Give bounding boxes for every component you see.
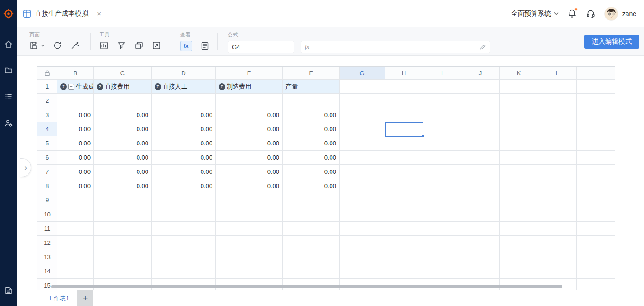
cell-B10[interactable] — [57, 207, 94, 222]
column-header-L[interactable]: L — [538, 67, 577, 80]
cell-G7[interactable] — [340, 165, 385, 179]
cell-G1[interactable] — [340, 80, 385, 94]
column-header-C[interactable]: C — [94, 67, 152, 80]
cell-J10[interactable] — [461, 207, 500, 222]
cell-J1[interactable] — [461, 80, 500, 94]
cell-K8[interactable] — [500, 179, 538, 193]
cell-H13[interactable] — [385, 250, 423, 264]
cell-E6[interactable]: 0.00 — [216, 151, 283, 165]
cell-K4[interactable] — [500, 122, 538, 136]
cell-C14[interactable] — [94, 264, 152, 279]
cell-L3[interactable] — [538, 108, 577, 122]
row-header-13[interactable]: 13 — [37, 250, 57, 264]
cell-H7[interactable] — [385, 165, 423, 179]
cell-D1[interactable]: Σ直接人工 — [152, 80, 216, 94]
cell-E13[interactable] — [216, 250, 283, 264]
list-view-button[interactable] — [200, 41, 210, 51]
cell-C10[interactable] — [94, 207, 152, 222]
cell-L12[interactable] — [538, 236, 577, 250]
cell-L5[interactable] — [538, 136, 577, 151]
save-dropdown-chevron-icon[interactable] — [41, 44, 45, 47]
cell-C12[interactable] — [94, 236, 152, 250]
close-icon[interactable]: × — [96, 9, 102, 18]
cell-D5[interactable]: 0.00 — [152, 136, 216, 151]
cell-H12[interactable] — [385, 236, 423, 250]
cell-G8[interactable] — [340, 179, 385, 193]
cell-L2[interactable] — [538, 94, 577, 108]
cell-F6[interactable]: 0.00 — [283, 151, 340, 165]
cell-H3[interactable] — [385, 108, 423, 122]
cell-H1[interactable] — [385, 80, 423, 94]
cell-C4[interactable]: 0.00 — [94, 122, 152, 136]
cell-G11[interactable] — [340, 222, 385, 236]
cell-F14[interactable] — [283, 264, 340, 279]
cell-I14[interactable] — [423, 264, 461, 279]
row-header-8[interactable]: 8 — [37, 179, 57, 193]
cell-M4[interactable] — [577, 122, 615, 136]
cell-B1[interactable]: Σ−生成成本 — [57, 80, 94, 94]
cell-C5[interactable]: 0.00 — [94, 136, 152, 151]
cell-D8[interactable]: 0.00 — [152, 179, 216, 193]
cell-L9[interactable] — [538, 193, 577, 207]
cell-M5[interactable] — [577, 136, 615, 151]
refresh-button[interactable] — [53, 41, 62, 50]
cell-G9[interactable] — [340, 193, 385, 207]
cell-C6[interactable]: 0.00 — [94, 151, 152, 165]
cell-M2[interactable] — [577, 94, 615, 108]
row-header-7[interactable]: 7 — [37, 165, 57, 179]
column-header-I[interactable]: I — [423, 67, 461, 80]
cell-D9[interactable] — [152, 193, 216, 207]
cell-K12[interactable] — [500, 236, 538, 250]
wand-button[interactable] — [70, 41, 80, 50]
document-icon[interactable] — [0, 283, 17, 297]
cell-C13[interactable] — [94, 250, 152, 264]
cell-K6[interactable] — [500, 151, 538, 165]
cell-K10[interactable] — [500, 207, 538, 222]
cell-L1[interactable] — [538, 80, 577, 94]
cell-G13[interactable] — [340, 250, 385, 264]
cell-E11[interactable] — [216, 222, 283, 236]
cell-J2[interactable] — [461, 94, 500, 108]
column-header-G[interactable]: G — [340, 67, 385, 80]
add-sheet-button[interactable]: + — [77, 290, 93, 306]
grid-corner-cell[interactable] — [37, 67, 57, 80]
cell-L4[interactable] — [538, 122, 577, 136]
cell-C2[interactable] — [94, 94, 152, 108]
cell-J4[interactable] — [461, 122, 500, 136]
formula-edit-pencil-icon[interactable] — [479, 44, 486, 50]
cell-I3[interactable] — [423, 108, 461, 122]
show-formulas-button[interactable]: fx — [180, 41, 192, 51]
cell-M1[interactable] — [577, 80, 615, 94]
cell-K11[interactable] — [500, 222, 538, 236]
cell-K9[interactable] — [500, 193, 538, 207]
cell-M8[interactable] — [577, 179, 615, 193]
cell-E8[interactable]: 0.00 — [216, 179, 283, 193]
cell-H2[interactable] — [385, 94, 423, 108]
cell-F4[interactable]: 0.00 — [283, 122, 340, 136]
cell-B12[interactable] — [57, 236, 94, 250]
cell-J13[interactable] — [461, 250, 500, 264]
cell-J11[interactable] — [461, 222, 500, 236]
cell-E10[interactable] — [216, 207, 283, 222]
cell-J12[interactable] — [461, 236, 500, 250]
cell-F9[interactable] — [283, 193, 340, 207]
cell-J3[interactable] — [461, 108, 500, 122]
cell-M6[interactable] — [577, 151, 615, 165]
column-header-F[interactable]: F — [283, 67, 340, 80]
cell-D7[interactable]: 0.00 — [152, 165, 216, 179]
row-header-1[interactable]: 1 — [37, 80, 57, 94]
cell-C8[interactable]: 0.00 — [94, 179, 152, 193]
document-tab[interactable]: 直接生产成本模拟 × — [17, 0, 108, 27]
system-menu[interactable]: 全面预算系统 — [511, 9, 559, 18]
cell-C11[interactable] — [94, 222, 152, 236]
cell-L7[interactable] — [538, 165, 577, 179]
cell-I12[interactable] — [423, 236, 461, 250]
cell-I13[interactable] — [423, 250, 461, 264]
cell-D14[interactable] — [152, 264, 216, 279]
expand-panel-handle[interactable]: › — [20, 158, 31, 177]
cell-G12[interactable] — [340, 236, 385, 250]
cell-M11[interactable] — [577, 222, 615, 236]
cell-L11[interactable] — [538, 222, 577, 236]
cell-I9[interactable] — [423, 193, 461, 207]
cell-M7[interactable] — [577, 165, 615, 179]
